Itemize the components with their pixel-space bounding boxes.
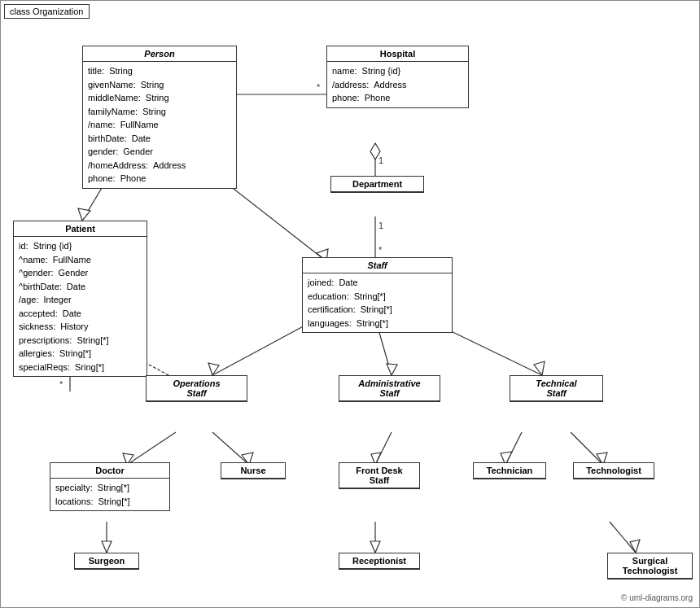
technician-class: Technician	[473, 462, 546, 479]
department-class-name: Department	[331, 177, 423, 192]
patient-class-name: Patient	[14, 221, 147, 237]
diagram-container: class Organization * * 1 * 1 *	[0, 0, 700, 608]
svg-text:*: *	[59, 379, 63, 389]
nurse-class-name: Nurse	[221, 463, 285, 479]
doctor-class-attrs: specialty:String[*] locations:String[*]	[50, 479, 169, 510]
svg-text:1: 1	[378, 221, 383, 230]
svg-marker-19	[534, 361, 545, 375]
admin-staff-class: AdministrativeStaff	[339, 375, 440, 402]
patient-class: Patient id:String {id} ^name:FullName ^g…	[13, 221, 147, 377]
tech-staff-class-name: TechnicalStaff	[510, 376, 602, 401]
svg-marker-31	[102, 541, 112, 553]
surgeon-class: Surgeon	[74, 553, 139, 570]
technologist-class: Technologist	[573, 462, 654, 479]
doctor-class-name: Doctor	[50, 463, 169, 479]
person-class: Person title:String givenName:String mid…	[82, 46, 237, 189]
front-desk-class: Front DeskStaff	[339, 462, 420, 489]
technologist-class-name: Technologist	[574, 463, 654, 479]
person-class-attrs: title:String givenName:String middleName…	[83, 62, 236, 188]
hospital-class-attrs: name:String {id} /address:Address phone:…	[327, 62, 468, 107]
surgical-tech-class-name: SurgicalTechnologist	[608, 553, 692, 579]
svg-marker-35	[630, 540, 640, 553]
svg-line-26	[505, 432, 522, 465]
svg-text:*: *	[317, 82, 321, 92]
hospital-class-name: Hospital	[327, 46, 468, 62]
technician-class-name: Technician	[474, 463, 545, 479]
svg-line-20	[127, 432, 176, 465]
staff-class-attrs: joined:Date education:String[*] certific…	[303, 273, 452, 332]
ops-staff-class: OperationsStaff	[146, 375, 247, 402]
patient-class-attrs: id:String {id} ^name:FullName ^gender:Ge…	[14, 237, 147, 376]
person-class-name: Person	[83, 46, 236, 62]
svg-line-34	[610, 522, 636, 553]
receptionist-class-name: Receptionist	[339, 553, 419, 569]
nurse-class: Nurse	[221, 462, 286, 479]
department-class: Department	[330, 176, 424, 193]
receptionist-class: Receptionist	[339, 553, 420, 570]
svg-marker-11	[78, 208, 90, 221]
surgical-tech-class: SurgicalTechnologist	[607, 553, 693, 580]
svg-line-28	[571, 432, 603, 465]
tech-staff-class: TechnicalStaff	[510, 375, 603, 402]
svg-line-22	[212, 432, 249, 465]
svg-text:1: 1	[378, 155, 383, 165]
svg-marker-17	[387, 364, 397, 375]
front-desk-class-name: Front DeskStaff	[339, 463, 419, 488]
svg-marker-4	[370, 143, 380, 160]
ops-staff-class-name: OperationsStaff	[147, 376, 247, 401]
surgeon-class-name: Surgeon	[75, 553, 138, 569]
hospital-class: Hospital name:String {id} /address:Addre…	[326, 46, 469, 108]
svg-text:*: *	[378, 245, 383, 255]
staff-class-name: Staff	[303, 258, 452, 273]
staff-class: Staff joined:Date education:String[*] ce…	[302, 257, 453, 333]
diagram-title: class Organization	[4, 4, 90, 19]
copyright: © uml-diagrams.org	[621, 593, 693, 602]
admin-staff-class-name: AdministrativeStaff	[339, 376, 440, 401]
svg-marker-33	[370, 541, 380, 553]
doctor-class: Doctor specialty:String[*] locations:Str…	[50, 462, 170, 511]
svg-line-24	[375, 432, 392, 465]
svg-marker-15	[208, 363, 219, 375]
